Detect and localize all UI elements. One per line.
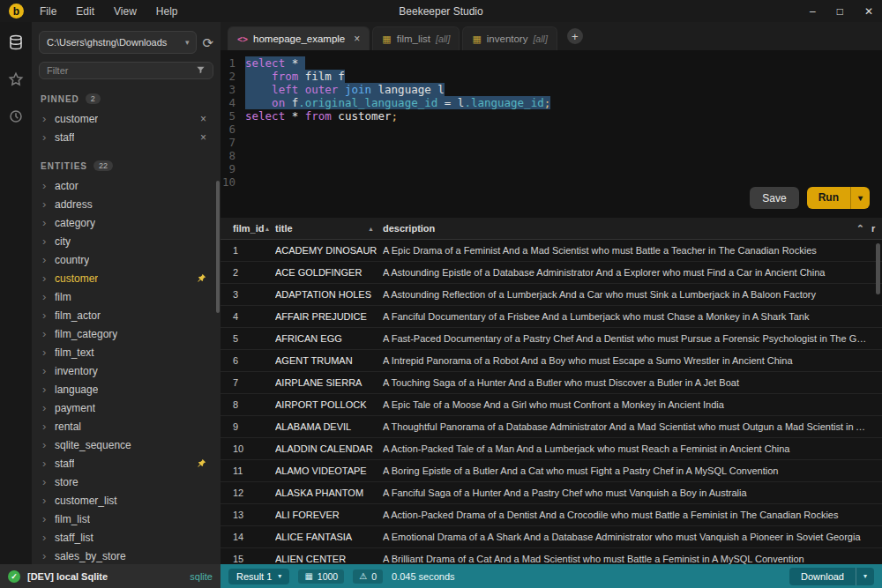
entity-item-film_actor[interactable]: ›film_actor: [39, 306, 213, 324]
entity-item-staff[interactable]: ›staff: [39, 454, 213, 473]
close-icon[interactable]: ×: [197, 131, 210, 144]
sidebar-scrollbar[interactable]: [216, 181, 220, 313]
cell-title: ALABAMA DEVIL: [275, 421, 383, 432]
entity-item-city[interactable]: ›city: [39, 232, 213, 250]
entity-filter[interactable]: [39, 62, 213, 79]
sidebar: C:\Users\ghstng\Downloads ▾ ⟳ PINNED 2 ›…: [32, 22, 220, 564]
table-row[interactable]: 13ALI FOREVERA Action-Packed Drama of a …: [220, 504, 882, 526]
line-content[interactable]: from film f: [245, 70, 345, 83]
refresh-icon[interactable]: ⟳: [202, 36, 213, 49]
entity-item-sales_by_store[interactable]: ›sales_by_store: [39, 547, 213, 564]
history-icon[interactable]: [8, 108, 24, 124]
connection-select[interactable]: C:\Users\ghstng\Downloads ▾: [39, 31, 197, 54]
tab-inventory[interactable]: ▦inventory[all]: [462, 26, 557, 50]
column-header-description[interactable]: description ⌃ r: [383, 223, 882, 234]
result-selector[interactable]: Result 1 ▾: [228, 569, 289, 584]
entity-item-staff_list[interactable]: ›staff_list: [39, 528, 213, 547]
sort-icon[interactable]: ▲: [368, 226, 374, 232]
column-header-title[interactable]: title ▲: [275, 223, 383, 234]
sort-asc-icon[interactable]: ▲: [264, 226, 270, 232]
pinned-item-staff[interactable]: ›staff×: [39, 128, 213, 146]
menu-view[interactable]: View: [114, 5, 137, 18]
sql-token: select: [245, 109, 285, 123]
tab-label: inventory: [487, 33, 528, 44]
app-window: b File Edit View Help Beekeeper Studio –…: [0, 0, 882, 588]
new-tab-button[interactable]: +: [567, 28, 583, 44]
entity-item-rental[interactable]: ›rental: [39, 417, 213, 435]
download-caret-icon[interactable]: ▾: [856, 568, 874, 585]
line-content[interactable]: select *: [245, 56, 305, 70]
table-row[interactable]: 14ALICE FANTASIAA Emotional Drama of a A…: [220, 526, 882, 548]
chevron-right-icon: ›: [42, 217, 49, 228]
cell-description: A Fanciful Saga of a Hunter And a Pastry…: [383, 488, 882, 498]
entity-item-language[interactable]: ›language: [39, 380, 213, 398]
table-row[interactable]: 8AIRPORT POLLOCKA Epic Tale of a Moose A…: [220, 394, 882, 416]
chevron-right-icon: ›: [42, 113, 49, 124]
entities-section-header[interactable]: ENTITIES 22: [41, 160, 212, 171]
results-scrollbar[interactable]: [876, 243, 880, 294]
editor-line: 5select * from customer;: [220, 109, 882, 123]
table-row[interactable]: 1ACADEMY DINOSAURA Epic Drama of a Femin…: [220, 240, 882, 262]
run-button[interactable]: Run ▾: [807, 187, 870, 209]
pinned-item-customer[interactable]: ›customer×: [39, 109, 213, 128]
line-content[interactable]: select * from customer;: [245, 109, 398, 123]
menu-help[interactable]: Help: [156, 5, 178, 18]
pinned-count-badge: 2: [86, 93, 101, 104]
table-row[interactable]: 6AGENT TRUMANA Intrepid Panorama of a Ro…: [220, 350, 882, 372]
line-content[interactable]: left outer join language l: [245, 83, 445, 96]
entity-item-customer[interactable]: ›customer: [39, 269, 213, 287]
table-row[interactable]: 4AFFAIR PREJUDICEA Fanciful Documentary …: [220, 306, 882, 328]
table-row[interactable]: 11ALAMO VIDEOTAPEA Boring Epistle of a B…: [220, 460, 882, 482]
connection-status: ✓ [DEV] local Sqlite sqlite: [0, 564, 220, 588]
entity-item-payment[interactable]: ›payment: [39, 398, 213, 417]
entity-item-category[interactable]: ›category: [39, 213, 213, 232]
database-icon[interactable]: [8, 34, 24, 50]
entity-item-film_text[interactable]: ›film_text: [39, 343, 213, 361]
run-dropdown-caret-icon[interactable]: ▾: [850, 187, 870, 209]
sql-token: *: [285, 56, 298, 70]
filter-input[interactable]: [47, 65, 196, 76]
table-row[interactable]: 9ALABAMA DEVILA Thoughtful Panorama of a…: [220, 416, 882, 438]
table-row[interactable]: 2ACE GOLDFINGERA Astounding Epistle of a…: [220, 262, 882, 284]
pin-icon[interactable]: [197, 273, 210, 283]
close-icon[interactable]: ✕: [864, 5, 873, 18]
entity-item-sqlite_sequence[interactable]: ›sqlite_sequence: [39, 435, 213, 454]
entity-item-inventory[interactable]: ›inventory: [39, 361, 213, 380]
line-content[interactable]: on f.original_language_id = l.language_i…: [245, 96, 550, 109]
entity-item-store[interactable]: ›store: [39, 473, 213, 491]
save-button[interactable]: Save: [750, 187, 798, 209]
menu-file[interactable]: File: [40, 5, 56, 18]
sql-token: .original_language_id: [298, 96, 437, 109]
entity-item-actor[interactable]: ›actor: [39, 176, 213, 195]
entity-label: sales_by_store: [55, 550, 126, 562]
entity-item-film_list[interactable]: ›film_list: [39, 510, 213, 528]
chevron-down-icon: ▾: [185, 38, 190, 47]
table-row[interactable]: 12ALASKA PHANTOMA Fanciful Saga of a Hun…: [220, 482, 882, 504]
maximize-icon[interactable]: □: [837, 5, 843, 18]
tab-homepage_example[interactable]: <>homepage_example×: [228, 26, 370, 50]
entity-item-customer_list[interactable]: ›customer_list: [39, 491, 213, 510]
entity-item-address[interactable]: ›address: [39, 195, 213, 213]
entity-item-country[interactable]: ›country: [39, 250, 213, 269]
chevron-up-icon[interactable]: ⌃: [856, 223, 864, 234]
pinned-section-header[interactable]: PINNED 2: [41, 93, 212, 104]
menu-bar: File Edit View Help: [40, 5, 178, 18]
minimize-icon[interactable]: –: [810, 5, 816, 18]
sql-editor[interactable]: 1select * 2 from film f3 left outer join…: [220, 50, 882, 218]
table-row[interactable]: 15ALIEN CENTERA Brilliant Drama of a Cat…: [220, 548, 882, 564]
tab-film_list[interactable]: ▦film_list[all]: [372, 26, 460, 50]
close-icon[interactable]: ×: [354, 33, 360, 45]
close-icon[interactable]: ×: [197, 113, 210, 125]
favorites-star-icon[interactable]: [8, 71, 24, 87]
pin-icon[interactable]: [197, 458, 210, 468]
table-row[interactable]: 7AIRPLANE SIERRAA Touching Saga of a Hun…: [220, 372, 882, 394]
table-row[interactable]: 5AFRICAN EGGA Fast-Paced Documentary of …: [220, 328, 882, 350]
entity-item-film[interactable]: ›film: [39, 287, 213, 306]
table-row[interactable]: 3ADAPTATION HOLESA Astounding Reflection…: [220, 284, 882, 306]
entity-item-film_category[interactable]: ›film_category: [39, 324, 213, 343]
table-row[interactable]: 10ALADDIN CALENDARA Action-Packed Tale o…: [220, 438, 882, 460]
download-button[interactable]: Download ▾: [789, 568, 874, 585]
column-header-film-id[interactable]: film_id ▲: [220, 223, 275, 234]
menu-edit[interactable]: Edit: [76, 5, 94, 18]
sql-token: from: [305, 109, 332, 123]
